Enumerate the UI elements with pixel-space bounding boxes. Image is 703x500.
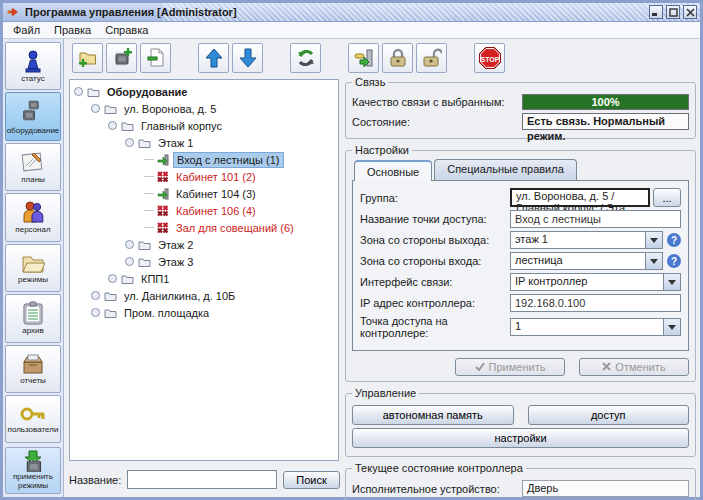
exit-zone-select[interactable]: этаж 1 [510, 231, 663, 249]
tree-node-room101[interactable]: Кабинет 101 (2) [70, 168, 338, 185]
lock-open-icon [422, 48, 442, 68]
tree-node-danilkina[interactable]: ул. Данилкина, д. 10Б [70, 287, 338, 304]
entry-zone-label: Зона со стороны входа: [360, 255, 510, 267]
add-group-button[interactable] [72, 43, 103, 73]
titlebar-texture [163, 3, 700, 21]
link-state-label: Состояние: [352, 116, 522, 128]
personnel-people-icon [21, 200, 45, 224]
tree-node-voronova[interactable]: ул. Воронова, д. 5 [70, 100, 338, 117]
control-group: Управление автономная память доступ наст… [345, 387, 696, 457]
tree-node-room104[interactable]: Кабинет 104 (3) [70, 185, 338, 202]
sidebar-nav: статус оборудование планы персонал режим… [3, 39, 64, 497]
remove-icon [146, 48, 166, 68]
ip-address-input[interactable] [510, 294, 681, 312]
move-up-button[interactable] [198, 43, 229, 73]
chevron-down-icon[interactable] [663, 274, 680, 290]
settings-tabs: Основные Специальные правила [354, 159, 689, 180]
open-door-icon [354, 48, 374, 68]
access-point-name-input[interactable] [510, 210, 681, 228]
controller-state-group: Текущее состояние контроллера Исполнител… [345, 462, 696, 500]
ip-address-label: IP адрес контроллера: [360, 297, 510, 309]
add-device-icon [112, 48, 132, 68]
search-bar: Название: Поиск [69, 470, 339, 489]
stop-button[interactable]: STOP [474, 43, 505, 73]
entry-zone-help-icon[interactable]: ? [667, 254, 681, 268]
access-button[interactable]: доступ [528, 405, 690, 425]
chevron-down-icon[interactable] [663, 319, 680, 335]
title-bar[interactable]: Программа управления [Administrator] [3, 3, 700, 22]
settings-tab-panel: Группа: ул. Воронова, д. 5 / Главный кор… [352, 180, 689, 351]
actuator-field: Дверь [522, 480, 689, 497]
search-button[interactable]: Поиск [283, 471, 339, 489]
sidebar-item-reports[interactable]: отчеты [5, 345, 61, 393]
tab-special-rules[interactable]: Специальные правила [434, 159, 577, 180]
lock-button[interactable] [382, 43, 413, 73]
close-button[interactable] [683, 5, 697, 19]
controller-settings-button[interactable]: настройки [352, 428, 689, 448]
entry-zone-select[interactable]: лестница [510, 252, 663, 270]
interface-select[interactable]: IP контроллер [510, 273, 681, 291]
tree-node-room106[interactable]: Кабинет 106 (4) [70, 202, 338, 219]
controller-point-select[interactable]: 1 [510, 318, 681, 336]
modes-folder-icon [21, 252, 45, 274]
tree-node-floor1[interactable]: Этаж 1 [70, 134, 338, 151]
autonomous-memory-button[interactable]: автономная память [352, 405, 514, 425]
cancel-button[interactable]: Отменить [579, 358, 689, 376]
actuator-label: Исполнительное устройство: [352, 483, 522, 495]
refresh-icon [296, 48, 316, 68]
reports-box-icon [21, 353, 45, 375]
tree-node-main-building[interactable]: Главный корпус [70, 117, 338, 134]
apply-button[interactable]: Применить [455, 358, 565, 376]
exit-zone-help-icon[interactable]: ? [667, 233, 681, 247]
x-icon [602, 362, 611, 371]
sidebar-item-status[interactable]: статус [5, 42, 61, 90]
sidebar-item-equipment[interactable]: оборудование [5, 92, 61, 140]
details-panel: Связь Качество связи с выбранным: 100% С… [345, 76, 696, 493]
search-input[interactable] [127, 470, 277, 489]
lock-closed-icon [389, 48, 407, 68]
access-point-name-label: Название точки доступа: [360, 213, 510, 225]
apply-modes-label: применитьрежимы [13, 473, 53, 491]
sidebar-item-personnel[interactable]: персонал [5, 193, 61, 241]
tree-node-floor2[interactable]: Этаж 2 [70, 236, 338, 253]
group-field[interactable]: ул. Воронова, д. 5 / Главный корпус / Эт… [510, 188, 650, 207]
refresh-button[interactable] [290, 43, 321, 73]
menu-bar: Файл Правка Справка [3, 22, 700, 39]
sidebar-item-modes[interactable]: режимы [5, 244, 61, 292]
plans-map-icon [21, 150, 45, 174]
menu-help[interactable]: Справка [99, 23, 154, 37]
chevron-down-icon[interactable] [645, 232, 662, 248]
tree-node-industrial-site[interactable]: Пром. площадка [70, 304, 338, 321]
sidebar-item-users[interactable]: пользователи [5, 395, 61, 443]
chevron-down-icon[interactable] [645, 253, 662, 269]
menu-edit[interactable]: Правка [48, 23, 97, 37]
app-window: Программа управления [Administrator] Фай… [0, 0, 703, 500]
add-device-button[interactable] [106, 43, 137, 73]
svg-text:STOP: STOP [480, 55, 499, 62]
search-label: Название: [69, 474, 121, 486]
move-down-button[interactable] [232, 43, 263, 73]
group-label: Группа: [360, 192, 510, 204]
open-door-button[interactable] [348, 43, 379, 73]
move-down-icon [239, 48, 257, 68]
link-group-title: Связь [352, 76, 388, 88]
move-up-icon [205, 48, 223, 68]
users-key-icon [20, 404, 46, 424]
apply-modes-button[interactable]: применитьрежимы [5, 447, 61, 494]
tree-node-entrance[interactable]: Вход с лестницы (1) [70, 151, 338, 168]
minimize-button[interactable] [649, 5, 663, 19]
remove-button[interactable] [140, 43, 171, 73]
tab-main[interactable]: Основные [354, 160, 432, 181]
tree-node-floor3[interactable]: Этаж 3 [70, 253, 338, 270]
group-browse-button[interactable]: ... [653, 188, 681, 207]
tree-node-checkpoint[interactable]: КПП1 [70, 270, 338, 287]
controller-state-title: Текущее состояние контроллера [352, 462, 526, 474]
sidebar-item-archive[interactable]: архив [5, 294, 61, 342]
unlock-button[interactable] [416, 43, 447, 73]
maximize-button[interactable] [666, 5, 680, 19]
tree-node-meeting-hall[interactable]: Зал для совещаний (6) [70, 219, 338, 236]
menu-file[interactable]: Файл [7, 23, 46, 37]
settings-group: Настройки Основные Специальные правила Г… [345, 144, 696, 382]
tree-node-root[interactable]: Оборудование [70, 83, 338, 100]
sidebar-item-plans[interactable]: планы [5, 143, 61, 191]
